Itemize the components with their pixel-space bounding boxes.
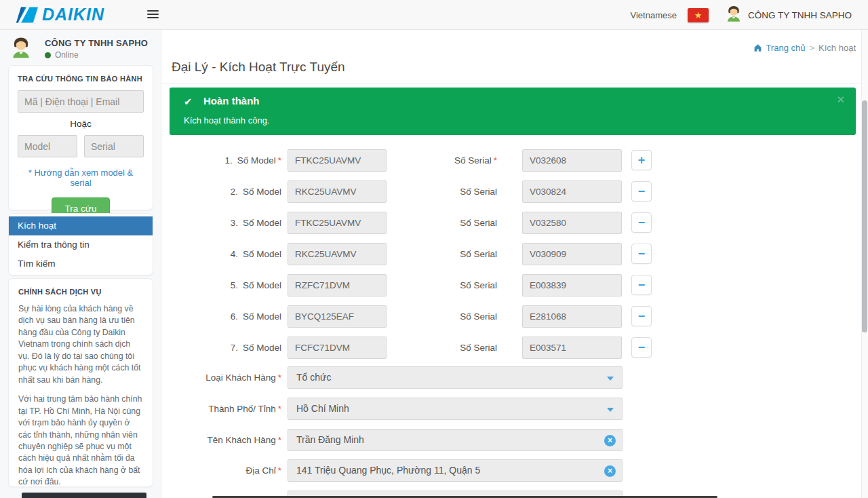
remove-row-button[interactable]: − bbox=[631, 275, 652, 295]
city-value: Hồ Chí Minh bbox=[288, 398, 622, 419]
model-label: 5.Số Model bbox=[170, 274, 281, 296]
customer-name-row: Tên Khách Hàng* Trần Đăng Minh × bbox=[161, 429, 698, 451]
serial-input[interactable] bbox=[522, 243, 622, 265]
model-input[interactable] bbox=[288, 305, 387, 328]
model-label: 6.Số Model bbox=[170, 305, 281, 328]
model-serial-row-5: 5.Số Model Số Serial − bbox=[161, 274, 698, 296]
daikin-logo-icon bbox=[16, 6, 38, 24]
model-lookup-input[interactable] bbox=[18, 135, 77, 157]
sidebar-avatar bbox=[9, 36, 33, 62]
serial-input[interactable] bbox=[522, 305, 622, 328]
serial-label: Số Serial bbox=[387, 243, 497, 265]
daikin-warranty-app: DAIKIN Vietnamese ★ CÔNG TY TNHH SAPHO bbox=[0, 0, 868, 498]
header-right: Vietnamese ★ CÔNG TY TNHH SAPHO bbox=[631, 0, 852, 30]
model-input[interactable] bbox=[288, 180, 387, 203]
vertical-scrollbar-thumb[interactable] bbox=[862, 100, 867, 332]
sidebar: CÔNG TY TNHH SAPHO Online TRA CỨU THÔNG … bbox=[0, 30, 161, 498]
row-index: 5. bbox=[231, 280, 238, 290]
model-serial-row-1: 1.Số Model* Số Serial* + bbox=[161, 149, 698, 172]
page-title: Đại Lý - Kích Hoạt Trực Tuyến bbox=[172, 60, 345, 75]
remove-row-button[interactable]: − bbox=[631, 337, 652, 358]
user-avatar-icon bbox=[725, 5, 743, 22]
serial-input[interactable] bbox=[522, 212, 622, 234]
remove-row-button[interactable]: − bbox=[631, 244, 652, 264]
model-serial-row-4: 4.Số Model Số Serial − bbox=[161, 243, 698, 265]
remove-row-button[interactable]: − bbox=[631, 212, 652, 233]
serial-label: Số Serial bbox=[387, 337, 497, 359]
serial-label: Số Serial* bbox=[387, 149, 497, 172]
city-select[interactable]: Hồ Chí Minh bbox=[288, 398, 623, 420]
serial-input[interactable] bbox=[522, 180, 622, 203]
title-divider bbox=[161, 83, 861, 84]
breadcrumb-separator: > bbox=[809, 43, 814, 53]
serial-input[interactable] bbox=[522, 337, 622, 359]
alert-close-icon[interactable]: ✕ bbox=[836, 94, 845, 106]
or-label: Hoặc bbox=[18, 119, 144, 129]
online-status: Online bbox=[45, 50, 148, 60]
model-label: 7.Số Model bbox=[170, 337, 281, 359]
serial-lookup-input[interactable] bbox=[84, 135, 144, 157]
remove-row-button[interactable]: − bbox=[631, 181, 652, 202]
alert-title: Hoàn thành bbox=[203, 95, 260, 107]
model-serial-row-6: 6.Số Model Số Serial − bbox=[161, 305, 698, 328]
breadcrumb-current: Kích hoạt bbox=[818, 43, 856, 53]
city-row: Thành Phố/ Tỉnh* Hồ Chí Minh bbox=[161, 398, 698, 420]
address-field[interactable]: 141 Triệu Quang Phục, Phường 11, Quận 5 … bbox=[288, 459, 623, 482]
daikin-logo-text: DAIKIN bbox=[42, 5, 104, 24]
required-asterisk: * bbox=[278, 155, 281, 166]
breadcrumb-home-link[interactable]: Trang chủ bbox=[753, 43, 805, 53]
serial-label: Số Serial bbox=[387, 212, 497, 234]
required-asterisk: * bbox=[494, 155, 497, 166]
remove-row-button[interactable]: − bbox=[631, 306, 652, 326]
model-serial-row-3: 3.Số Model Số Serial − bbox=[161, 212, 698, 234]
model-input[interactable] bbox=[288, 149, 387, 172]
city-label: Thành Phố/ Tỉnh* bbox=[161, 398, 281, 420]
language-selector[interactable]: Vietnamese bbox=[631, 10, 677, 20]
hamburger-icon[interactable] bbox=[147, 10, 159, 20]
success-alert: ✔ Hoàn thành Kích hoạt thành công. ✕ bbox=[170, 88, 856, 135]
user-avatar-icon bbox=[9, 36, 33, 59]
customer-type-label: Loại Khách Hàng* bbox=[161, 366, 281, 389]
customer-name-field[interactable]: Trần Đăng Minh × bbox=[288, 429, 623, 451]
model-input[interactable] bbox=[288, 337, 387, 359]
required-asterisk: * bbox=[278, 435, 281, 445]
sidebar-menu: Kích hoạt Kiểm tra thông tin Tìm kiếm bbox=[8, 213, 153, 275]
model-serial-guide-link[interactable]: * Hướng dẫn xem model & serial bbox=[18, 168, 144, 188]
breadcrumb: Trang chủ > Kích hoạt bbox=[753, 43, 856, 53]
model-input[interactable] bbox=[288, 212, 387, 234]
model-label: 2.Số Model bbox=[170, 180, 281, 203]
add-row-button[interactable]: + bbox=[631, 150, 652, 170]
sidebar-user-block: CÔNG TY TNHH SAPHO Online bbox=[9, 36, 148, 62]
sidebar-item-activate[interactable]: Kích hoạt bbox=[9, 216, 153, 235]
model-input[interactable] bbox=[288, 274, 387, 296]
serial-label: Số Serial bbox=[387, 305, 497, 328]
address-label: Địa Chỉ* bbox=[161, 459, 281, 482]
row-index: 1. bbox=[224, 155, 232, 166]
lookup-search-input[interactable] bbox=[18, 90, 144, 113]
clear-icon[interactable]: × bbox=[604, 465, 616, 477]
row-index: 7. bbox=[231, 343, 238, 353]
sidebar-item-search[interactable]: Tìm kiếm bbox=[9, 254, 153, 273]
vietnam-flag-icon[interactable]: ★ bbox=[688, 8, 709, 22]
model-input[interactable] bbox=[288, 243, 387, 265]
customer-name-value: Trần Đăng Minh bbox=[288, 429, 622, 451]
address-value: 141 Triệu Quang Phục, Phường 11, Quận 5 bbox=[288, 460, 622, 481]
required-asterisk: * bbox=[278, 465, 281, 476]
serial-input[interactable] bbox=[522, 274, 622, 296]
alert-message: Kích hoạt thành công. bbox=[184, 115, 269, 126]
model-label: 4.Số Model bbox=[170, 243, 281, 265]
customer-type-select[interactable]: Tổ chức bbox=[288, 366, 623, 389]
chevron-down-icon bbox=[607, 408, 614, 412]
home-icon bbox=[753, 43, 762, 52]
clear-icon[interactable]: × bbox=[604, 435, 616, 446]
serial-input[interactable] bbox=[522, 149, 622, 172]
lookup-panel-title: TRA CỨU THÔNG TIN BẢO HÀNH bbox=[18, 75, 144, 83]
service-policy-panel: CHÍNH SÁCH DỊCH VỤ Sự hài lòng của khách… bbox=[8, 278, 153, 487]
model-label: 1.Số Model* bbox=[170, 149, 281, 172]
sidebar-item-check-info[interactable]: Kiểm tra thông tin bbox=[9, 235, 153, 254]
daikin-logo[interactable]: DAIKIN bbox=[16, 5, 104, 24]
header-account-name[interactable]: CÔNG TY TNHH SAPHO bbox=[748, 10, 852, 20]
model-serial-row-7: 7.Số Model Số Serial − bbox=[161, 337, 698, 359]
address-row: Địa Chỉ* 141 Triệu Quang Phục, Phường 11… bbox=[161, 459, 698, 482]
header-avatar[interactable] bbox=[725, 5, 743, 25]
